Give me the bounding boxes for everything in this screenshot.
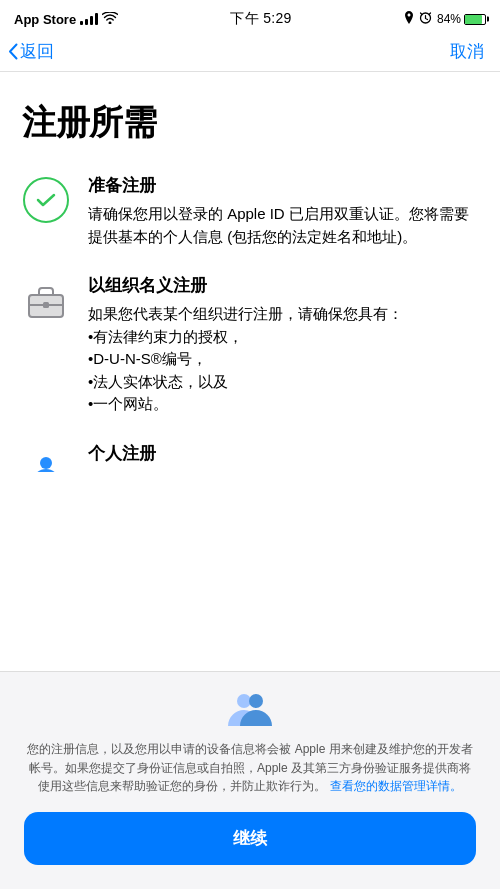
- app-store-label: App Store: [14, 12, 76, 27]
- alarm-icon: [419, 11, 432, 27]
- main-content: 注册所需 准备注册 请确保您用以登录的 Apple ID 已启用双重认证。您将需…: [0, 72, 500, 472]
- back-button[interactable]: 返回: [8, 40, 54, 63]
- section-ready-body: 请确保您用以登录的 Apple ID 已启用双重认证。您将需要提供基本的个人信息…: [88, 203, 478, 248]
- privacy-link[interactable]: 查看您的数据管理详情。: [330, 779, 462, 793]
- location-icon: [404, 11, 414, 27]
- page-title: 注册所需: [22, 100, 478, 146]
- section-org-heading: 以组织名义注册: [88, 274, 478, 297]
- section-individual-partial: 个人注册: [22, 442, 478, 472]
- svg-point-7: [249, 694, 263, 708]
- battery-indicator: 84%: [437, 12, 486, 26]
- cancel-button[interactable]: 取消: [450, 40, 484, 63]
- battery-icon: [464, 14, 486, 25]
- checkmark-icon: [22, 176, 70, 224]
- nav-bar: 返回 取消: [0, 36, 500, 71]
- signal-icon: [80, 13, 98, 25]
- status-right: 84%: [404, 11, 486, 27]
- privacy-icon-area: [24, 690, 476, 730]
- section-ready-heading: 准备注册: [88, 174, 478, 197]
- briefcase-icon: [22, 276, 70, 324]
- svg-point-6: [237, 694, 251, 708]
- section-ready-text: 准备注册 请确保您用以登录的 Apple ID 已启用双重认证。您将需要提供基本…: [88, 174, 478, 248]
- status-bar: App Store 下午 5:29: [0, 0, 500, 36]
- status-left: App Store: [14, 12, 118, 27]
- section-org: 以组织名义注册 如果您代表某个组织进行注册，请确保您具有： •有法律约束力的授权…: [22, 274, 478, 416]
- status-time: 下午 5:29: [230, 10, 291, 28]
- individual-icon: [22, 444, 70, 472]
- svg-rect-4: [43, 302, 49, 308]
- svg-point-5: [40, 457, 52, 469]
- privacy-text: 您的注册信息，以及您用以申请的设备信息将会被 Apple 用来创建及维护您的开发…: [24, 740, 476, 796]
- continue-button[interactable]: 继续: [24, 812, 476, 865]
- people-icon: [226, 690, 274, 730]
- battery-percent: 84%: [437, 12, 461, 26]
- section-ready: 准备注册 请确保您用以登录的 Apple ID 已启用双重认证。您将需要提供基本…: [22, 174, 478, 248]
- wifi-icon: [102, 12, 118, 27]
- section-individual-text: 个人注册: [88, 442, 478, 471]
- section-individual-heading: 个人注册: [88, 442, 478, 465]
- bottom-panel: 您的注册信息，以及您用以申请的设备信息将会被 Apple 用来创建及维护您的开发…: [0, 671, 500, 889]
- section-org-text: 以组织名义注册 如果您代表某个组织进行注册，请确保您具有： •有法律约束力的授权…: [88, 274, 478, 416]
- back-label: 返回: [20, 40, 54, 63]
- section-org-body: 如果您代表某个组织进行注册，请确保您具有： •有法律约束力的授权， •D-U-N…: [88, 303, 478, 416]
